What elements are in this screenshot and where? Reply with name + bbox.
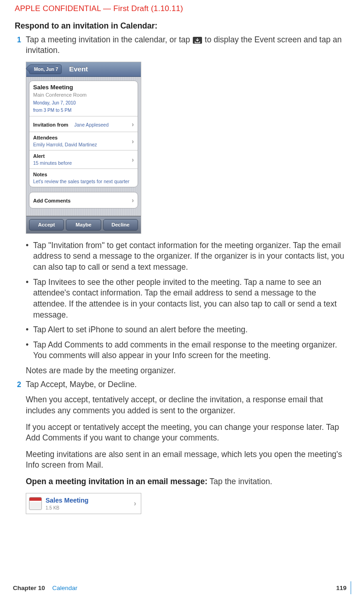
accept-button[interactable]: Accept <box>29 219 64 231</box>
alert-value: 15 minutes before <box>33 160 134 166</box>
add-comments-label: Add Comments <box>33 198 70 203</box>
inbox-icon <box>193 37 202 44</box>
footer-divider <box>351 581 351 594</box>
paragraph: Meeting invitations are also sent in an … <box>26 449 347 471</box>
response-toolbar: Accept Maybe Decline <box>26 216 141 233</box>
chapter-info: Chapter 10 Calendar <box>13 584 77 592</box>
meeting-title: Sales Meeting <box>33 83 134 92</box>
meeting-time: from 3 PM to 5 PM <box>33 107 134 114</box>
section-title: Respond to an invitation in Calendar: <box>15 21 347 32</box>
meeting-date: Monday, Jun 7, 2010 <box>33 100 134 106</box>
invitation-from-label: Invitation from <box>33 122 68 127</box>
chevron-right-icon: › <box>132 155 134 164</box>
attendees-value: Emily Harrold, David Martinez <box>33 141 134 148</box>
chevron-right-icon: › <box>134 498 136 509</box>
back-button[interactable]: Mon, Jun 7 <box>29 64 62 75</box>
email-attachment-screenshot[interactable]: Sales Meeting 1.5 KB › <box>26 493 141 514</box>
list-item: Tap Alert to set iPhone to sound an aler… <box>26 324 347 336</box>
attendees-row[interactable]: Attendees Emily Harrold, David Martinez … <box>29 132 138 151</box>
event-screenshot: Mon, Jun 7 Event Sales Meeting Main Conf… <box>26 62 141 234</box>
nav-title: Event <box>69 64 88 74</box>
page-footer: Chapter 10 Calendar 119 <box>13 584 347 592</box>
alert-label: Alert <box>33 153 134 160</box>
step-2: 2 Tap Accept, Maybe, or Decline. <box>13 379 347 390</box>
step1-text-before: Tap a meeting invitation in the calendar… <box>26 35 192 44</box>
list-item: Tap Invitees to see the other people inv… <box>26 277 347 321</box>
maybe-button[interactable]: Maybe <box>66 219 101 231</box>
invitation-from-value: Jane Appleseed <box>74 122 109 127</box>
decline-button[interactable]: Decline <box>103 219 138 231</box>
notes-label: Notes <box>33 171 134 178</box>
event-details-card: Sales Meeting Main Conference Room Monda… <box>29 81 138 187</box>
chevron-right-icon: › <box>132 137 134 145</box>
paragraph: When you accept, tentatively accept, or … <box>26 394 347 416</box>
add-comments-card[interactable]: Add Comments › <box>29 192 138 208</box>
bullet-list: Tap "Invitation from" to get contact inf… <box>26 240 347 361</box>
event-body: Sales Meeting Main Conference Room Monda… <box>26 77 141 216</box>
meeting-header: Sales Meeting Main Conference Room Monda… <box>29 81 138 116</box>
list-item: Tap Add Comments to add comments in the … <box>26 340 347 361</box>
attendees-label: Attendees <box>33 134 134 141</box>
alert-row[interactable]: Alert 15 minutes before › <box>29 151 138 169</box>
notes-paragraph: Notes are made by the meeting organizer. <box>26 365 347 376</box>
chevron-right-icon: › <box>132 120 134 128</box>
inline-heading-bold: Open a meeting invitation in an email me… <box>26 477 208 486</box>
meeting-location: Main Conference Room <box>33 92 134 98</box>
navbar: Mon, Jun 7 Event <box>26 62 141 77</box>
notes-value: Let's review the sales targets for next … <box>33 178 134 185</box>
chapter-name: Calendar <box>52 585 78 591</box>
confidential-header: APPLE CONFIDENTIAL — First Draft (1.10.1… <box>15 4 347 14</box>
step-1: 1 Tap a meeting invitation in the calend… <box>13 35 347 56</box>
chevron-right-icon: › <box>132 196 134 205</box>
attachment-size: 1.5 KB <box>46 505 88 511</box>
list-item: Tap "Invitation from" to get contact inf… <box>26 240 347 273</box>
step-number: 1 <box>13 35 21 56</box>
calendar-icon <box>29 497 42 510</box>
notes-row: Notes Let's review the sales targets for… <box>29 169 138 187</box>
step-text: Tap Accept, Maybe, or Decline. <box>26 379 347 390</box>
invitation-from-row[interactable]: Invitation from Jane Appleseed › <box>29 116 138 133</box>
inline-heading-rest: Tap the invitation. <box>208 477 272 486</box>
inline-heading: Open a meeting invitation in an email me… <box>26 476 347 487</box>
add-comments-row[interactable]: Add Comments › <box>29 192 138 208</box>
step-text: Tap a meeting invitation in the calendar… <box>26 35 347 56</box>
attachment-title: Sales Meeting <box>46 496 88 505</box>
page-number: 119 <box>336 584 347 592</box>
attachment-info: Sales Meeting 1.5 KB <box>46 496 88 511</box>
chapter-label: Chapter 10 <box>13 585 45 591</box>
step-number: 2 <box>13 379 21 390</box>
paragraph: If you accept or tentatively accept the … <box>26 422 347 444</box>
